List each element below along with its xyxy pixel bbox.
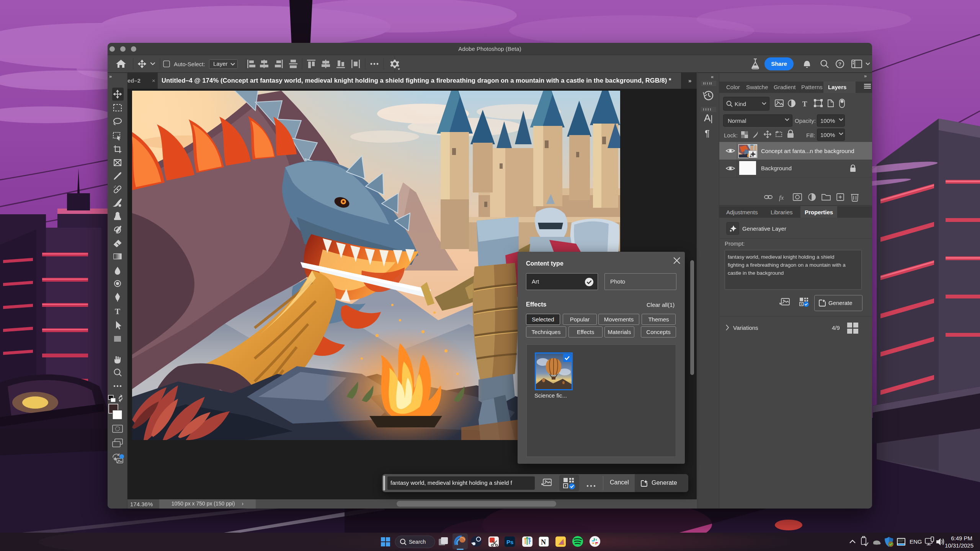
svg-text:6:49 PM: 6:49 PM (951, 535, 972, 541)
svg-text:N: N (541, 538, 546, 546)
svg-text:¶: ¶ (705, 128, 710, 139)
svg-text:»: » (109, 73, 112, 79)
svg-text:Search: Search (409, 539, 426, 545)
svg-text:100%: 100% (820, 132, 835, 138)
svg-text:fx: fx (779, 194, 784, 201)
svg-text:Fill:: Fill: (806, 132, 815, 139)
svg-text:Ps: Ps (506, 539, 513, 545)
svg-text:100%: 100% (820, 117, 835, 124)
svg-text:4/9: 4/9 (832, 324, 840, 331)
svg-text:A|: A| (704, 112, 713, 124)
svg-text:Auto-Select:: Auto-Select: (174, 61, 205, 67)
svg-text:Variations: Variations (733, 324, 758, 331)
svg-text:10/31/2025: 10/31/2025 (945, 542, 973, 549)
svg-text:fighting a firebreathing drago: fighting a firebreathing dragon on a mou… (728, 262, 846, 268)
svg-text:Libraries: Libraries (771, 209, 793, 215)
svg-text:?: ? (838, 61, 841, 67)
svg-text:Layer: Layer (213, 60, 228, 67)
svg-text:Background: Background (761, 165, 792, 171)
svg-text:Opacity:: Opacity: (795, 117, 816, 124)
svg-text:Lock:: Lock: (724, 132, 738, 139)
svg-text:ENG: ENG (910, 538, 922, 545)
svg-text:Normal: Normal (728, 117, 746, 124)
svg-text:fantasy world, medieval knight: fantasy world, medieval knight holding a… (728, 254, 834, 260)
svg-text:T: T (802, 100, 807, 108)
svg-text:T: T (115, 307, 120, 316)
svg-text:Properties: Properties (805, 209, 833, 215)
svg-text:castle in the background: castle in the background (728, 270, 784, 276)
svg-text:Generate: Generate (828, 300, 853, 306)
svg-text:«: « (711, 74, 714, 80)
svg-text:Kind: Kind (735, 101, 746, 107)
svg-text:Prompt:: Prompt: (725, 240, 745, 247)
svg-text:Adjustments: Adjustments (726, 209, 758, 215)
svg-text:Generative Layer: Generative Layer (742, 225, 786, 232)
